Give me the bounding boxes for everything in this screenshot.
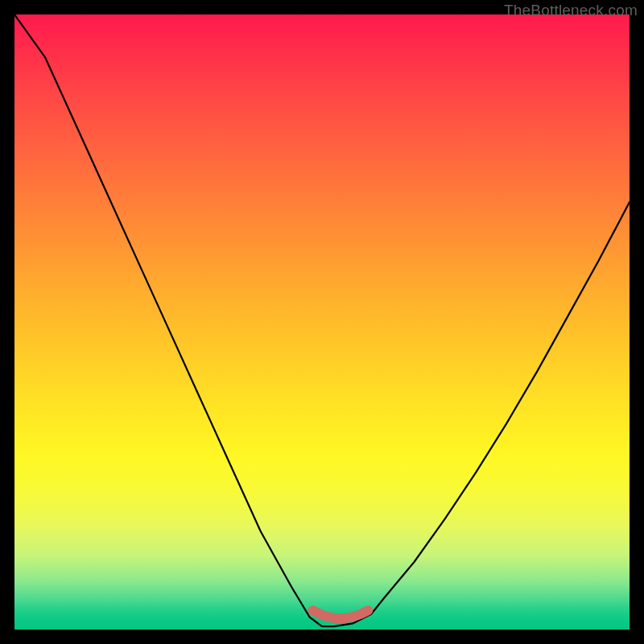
- watermark-text: TheBottleneck.com: [504, 2, 638, 19]
- optimal-range-marker: [313, 610, 369, 618]
- plot-area: [14, 14, 630, 630]
- bottleneck-curve: [14, 14, 630, 626]
- curve-layer: [14, 14, 630, 630]
- chart-frame: TheBottleneck.com: [0, 0, 644, 644]
